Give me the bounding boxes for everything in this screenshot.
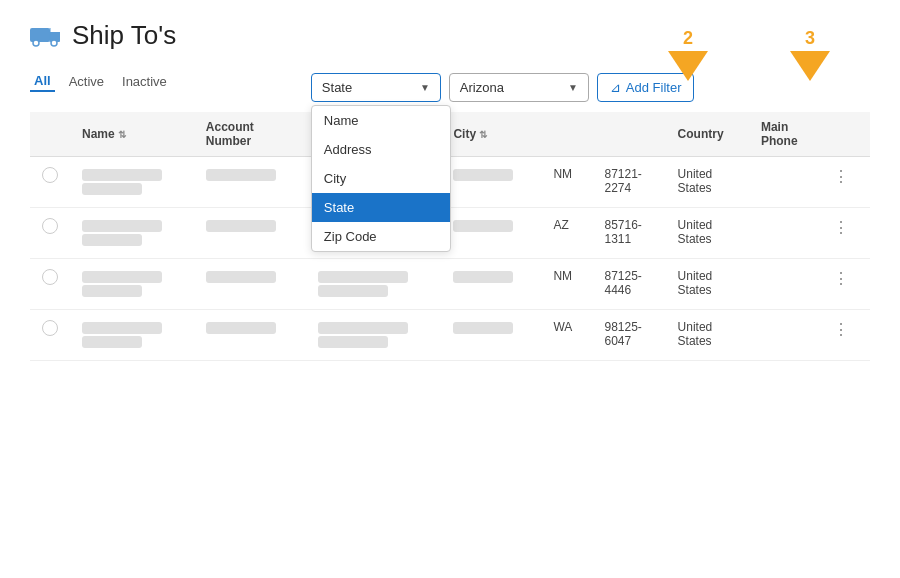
dropdown-item-name[interactable]: Name	[312, 106, 450, 135]
tab-all[interactable]: All	[30, 71, 55, 92]
cell-address-3	[306, 310, 442, 361]
cell-zip-2: 87125- 4446	[593, 259, 666, 310]
row-checkbox-1[interactable]	[42, 218, 58, 234]
cell-actions-3: ⋮	[821, 310, 870, 361]
dropdown-item-zipcode[interactable]: Zip Code	[312, 222, 450, 251]
cell-state-0: NM	[541, 157, 592, 208]
add-filter-label: Add Filter	[626, 80, 682, 95]
cell-country-2: UnitedStates	[666, 259, 749, 310]
th-state	[541, 112, 592, 157]
cell-account-2	[194, 259, 306, 310]
city-blurred-2	[453, 271, 513, 283]
row-checkbox-3[interactable]	[42, 320, 58, 336]
kebab-menu-2[interactable]: ⋮	[833, 269, 850, 288]
cell-name-1	[70, 208, 194, 259]
account-blurred-3	[206, 322, 276, 334]
name-blurred2-1	[82, 234, 142, 246]
arrow-down-icon-3	[790, 51, 830, 81]
dropdown-item-city[interactable]: City	[312, 164, 450, 193]
cell-zip-0: 87121- 2274	[593, 157, 666, 208]
cell-city-0	[441, 157, 541, 208]
cell-city-3	[441, 310, 541, 361]
city-blurred-1	[453, 220, 513, 232]
cell-name-2	[70, 259, 194, 310]
svg-point-3	[33, 40, 39, 46]
name-blurred-3	[82, 322, 162, 334]
cell-account-3	[194, 310, 306, 361]
name-blurred-2	[82, 271, 162, 283]
field-dropdown-arrow: ▼	[420, 82, 430, 93]
table-row: WA 98125- 6047 UnitedStates ⋮	[30, 310, 870, 361]
th-main-phone: MainPhone	[749, 112, 821, 157]
cell-checkbox	[30, 310, 70, 361]
dropdown-item-address[interactable]: Address	[312, 135, 450, 164]
th-zip	[593, 112, 666, 157]
value-dropdown-arrow: ▼	[568, 82, 578, 93]
name-blurred2-0	[82, 183, 142, 195]
cell-country-1: UnitedStates	[666, 208, 749, 259]
address-blurred-2	[318, 271, 408, 283]
kebab-menu-0[interactable]: ⋮	[833, 167, 850, 186]
cell-state-3: WA	[541, 310, 592, 361]
cell-account-0	[194, 157, 306, 208]
truck-icon	[30, 20, 62, 51]
account-blurred-1	[206, 220, 276, 232]
arrow-down-icon-2	[668, 51, 708, 81]
page-title-row: Ship To's	[30, 20, 870, 51]
cell-state-2: NM	[541, 259, 592, 310]
cell-name-0	[70, 157, 194, 208]
dropdown-item-state[interactable]: State	[312, 193, 450, 222]
city-blurred-0	[453, 169, 513, 181]
cell-country-0: UnitedStates	[666, 157, 749, 208]
th-account-number: AccountNumber	[194, 112, 306, 157]
svg-rect-0	[30, 28, 50, 42]
kebab-menu-1[interactable]: ⋮	[833, 218, 850, 237]
city-blurred-3	[453, 322, 513, 334]
cell-name-3	[70, 310, 194, 361]
filter-icon: ⊿	[610, 80, 621, 95]
name-blurred-0	[82, 169, 162, 181]
cell-city-2	[441, 259, 541, 310]
cell-phone-2	[749, 259, 821, 310]
address-blurred2-3	[318, 336, 388, 348]
row-checkbox-0[interactable]	[42, 167, 58, 183]
cell-city-1	[441, 208, 541, 259]
th-actions	[821, 112, 870, 157]
cell-account-1	[194, 208, 306, 259]
svg-point-4	[51, 40, 57, 46]
value-dropdown[interactable]: Arizona ▼	[449, 73, 589, 102]
cell-country-3: UnitedStates	[666, 310, 749, 361]
row-checkbox-2[interactable]	[42, 269, 58, 285]
address-blurred2-2	[318, 285, 388, 297]
name-blurred2-3	[82, 336, 142, 348]
th-city: City ⇅	[441, 112, 541, 157]
field-dropdown[interactable]: State ▼	[311, 73, 441, 102]
cell-actions-0: ⋮	[821, 157, 870, 208]
cell-phone-3	[749, 310, 821, 361]
th-name: Name ⇅	[70, 112, 194, 157]
filter-tabs: All Active Inactive	[30, 71, 171, 92]
cell-zip-1: 85716- 1311	[593, 208, 666, 259]
cell-address-2	[306, 259, 442, 310]
th-country: Country	[666, 112, 749, 157]
name-blurred-1	[82, 220, 162, 232]
table-row: NM 87125- 4446 UnitedStates ⋮	[30, 259, 870, 310]
field-dropdown-menu: Name Address City State Zip Code	[311, 105, 451, 252]
cell-actions-1: ⋮	[821, 208, 870, 259]
tab-active[interactable]: Active	[65, 72, 108, 91]
cell-checkbox	[30, 259, 70, 310]
cell-state-1: AZ	[541, 208, 592, 259]
arrow-3: 3	[790, 28, 830, 81]
address-blurred-3	[318, 322, 408, 334]
value-dropdown-label: Arizona	[460, 80, 504, 95]
cell-actions-2: ⋮	[821, 259, 870, 310]
arrow-2: 2	[668, 28, 708, 81]
cell-phone-1	[749, 208, 821, 259]
name-blurred2-2	[82, 285, 142, 297]
cell-checkbox	[30, 157, 70, 208]
kebab-menu-3[interactable]: ⋮	[833, 320, 850, 339]
field-dropdown-wrapper: State ▼ Name Address City State Zip Code	[311, 73, 441, 102]
sort-city-icon: ⇅	[479, 129, 487, 140]
tab-inactive[interactable]: Inactive	[118, 72, 171, 91]
field-dropdown-value: State	[322, 80, 352, 95]
